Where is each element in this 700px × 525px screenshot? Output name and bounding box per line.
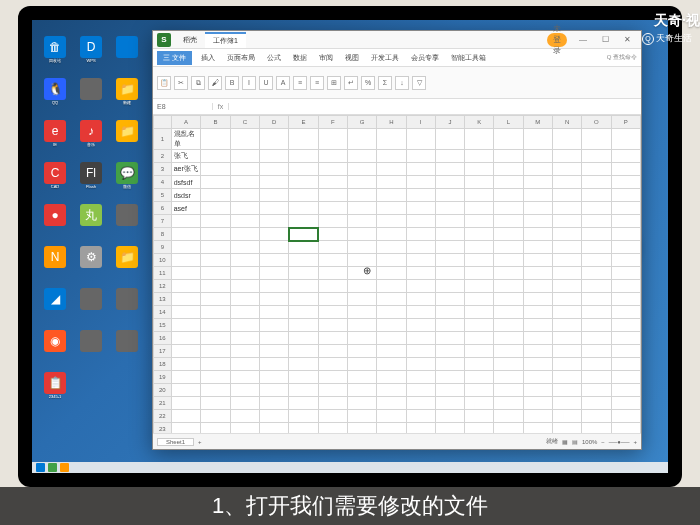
cell-A15[interactable] xyxy=(171,319,201,332)
cell-L12[interactable] xyxy=(494,280,523,293)
bold-icon[interactable]: B xyxy=(225,76,239,90)
cell-G20[interactable] xyxy=(347,384,376,397)
cell-M7[interactable] xyxy=(523,215,552,228)
cell-B13[interactable] xyxy=(201,293,230,306)
cell-I21[interactable] xyxy=(406,397,435,410)
row-header[interactable]: 2 xyxy=(154,150,172,163)
cell-F14[interactable] xyxy=(318,306,347,319)
cell-L11[interactable] xyxy=(494,267,523,280)
cell-J21[interactable] xyxy=(435,397,464,410)
cell-H19[interactable] xyxy=(377,371,406,384)
column-header[interactable]: N xyxy=(552,116,581,129)
cell-G9[interactable] xyxy=(347,241,376,254)
cell-G2[interactable] xyxy=(347,150,376,163)
cell-A7[interactable] xyxy=(171,215,201,228)
cell-H5[interactable] xyxy=(377,189,406,202)
cell-O1[interactable] xyxy=(582,129,611,150)
cell-I14[interactable] xyxy=(406,306,435,319)
row-header[interactable]: 9 xyxy=(154,241,172,254)
cell-O16[interactable] xyxy=(582,332,611,345)
cell-P4[interactable] xyxy=(611,176,640,189)
cell-J1[interactable] xyxy=(435,129,464,150)
cell-C11[interactable] xyxy=(230,267,259,280)
cell-L13[interactable] xyxy=(494,293,523,306)
cell-P16[interactable] xyxy=(611,332,640,345)
spreadsheet-grid[interactable]: ABCDEFGHIJKLMNOP1混乱名单2张飞3aer张飞4dsfsdf5ds… xyxy=(153,115,641,435)
cell-B18[interactable] xyxy=(201,358,230,371)
cell-N8[interactable] xyxy=(552,228,581,241)
cell-P18[interactable] xyxy=(611,358,640,371)
cell-H12[interactable] xyxy=(377,280,406,293)
cell-A13[interactable] xyxy=(171,293,201,306)
underline-icon[interactable]: U xyxy=(259,76,273,90)
cell-L10[interactable] xyxy=(494,254,523,267)
cell-J9[interactable] xyxy=(435,241,464,254)
cell-M1[interactable] xyxy=(523,129,552,150)
cell-B15[interactable] xyxy=(201,319,230,332)
sort-icon[interactable]: ↓ xyxy=(395,76,409,90)
cell-A8[interactable] xyxy=(171,228,201,241)
cell-F10[interactable] xyxy=(318,254,347,267)
cell-M6[interactable] xyxy=(523,202,552,215)
cell-B4[interactable] xyxy=(201,176,230,189)
desktop-icon[interactable] xyxy=(112,204,142,242)
row-header[interactable]: 6 xyxy=(154,202,172,215)
cell-K10[interactable] xyxy=(465,254,494,267)
cell-J13[interactable] xyxy=(435,293,464,306)
cell-C10[interactable] xyxy=(230,254,259,267)
row-header[interactable]: 22 xyxy=(154,410,172,423)
cell-N19[interactable] xyxy=(552,371,581,384)
cell-E4[interactable] xyxy=(289,176,318,189)
cell-I15[interactable] xyxy=(406,319,435,332)
cell-E7[interactable] xyxy=(289,215,318,228)
desktop-icon[interactable]: ● xyxy=(40,204,70,242)
cell-C9[interactable] xyxy=(230,241,259,254)
copy-icon[interactable]: ⧉ xyxy=(191,76,205,90)
cell-C13[interactable] xyxy=(230,293,259,306)
cell-K2[interactable] xyxy=(465,150,494,163)
cell-P10[interactable] xyxy=(611,254,640,267)
cell-J6[interactable] xyxy=(435,202,464,215)
cell-E12[interactable] xyxy=(289,280,318,293)
cell-I12[interactable] xyxy=(406,280,435,293)
cell-J11[interactable] xyxy=(435,267,464,280)
cell-K1[interactable] xyxy=(465,129,494,150)
desktop-icon[interactable] xyxy=(112,36,142,74)
cell-J5[interactable] xyxy=(435,189,464,202)
cell-N10[interactable] xyxy=(552,254,581,267)
cell-I3[interactable] xyxy=(406,163,435,176)
cell-L21[interactable] xyxy=(494,397,523,410)
desktop-icon[interactable]: 💬微信 xyxy=(112,162,142,200)
cell-P17[interactable] xyxy=(611,345,640,358)
cell-E20[interactable] xyxy=(289,384,318,397)
cell-G4[interactable] xyxy=(347,176,376,189)
cell-I10[interactable] xyxy=(406,254,435,267)
cell-G12[interactable] xyxy=(347,280,376,293)
cell-I17[interactable] xyxy=(406,345,435,358)
cell-N9[interactable] xyxy=(552,241,581,254)
cell-E13[interactable] xyxy=(289,293,318,306)
cell-D21[interactable] xyxy=(260,397,289,410)
cell-E17[interactable] xyxy=(289,345,318,358)
cell-G7[interactable] xyxy=(347,215,376,228)
cell-N14[interactable] xyxy=(552,306,581,319)
cell-K6[interactable] xyxy=(465,202,494,215)
cell-D2[interactable] xyxy=(260,150,289,163)
cell-F8[interactable] xyxy=(318,228,347,241)
cell-I13[interactable] xyxy=(406,293,435,306)
desktop-icon[interactable]: ♪音乐 xyxy=(76,120,106,158)
cell-H2[interactable] xyxy=(377,150,406,163)
row-header[interactable]: 21 xyxy=(154,397,172,410)
cell-P7[interactable] xyxy=(611,215,640,228)
cell-G15[interactable] xyxy=(347,319,376,332)
cell-M9[interactable] xyxy=(523,241,552,254)
cell-J14[interactable] xyxy=(435,306,464,319)
row-header[interactable]: 18 xyxy=(154,358,172,371)
desktop-icon[interactable]: 🐧QQ xyxy=(40,78,70,116)
cell-O4[interactable] xyxy=(582,176,611,189)
cell-O5[interactable] xyxy=(582,189,611,202)
row-header[interactable]: 7 xyxy=(154,215,172,228)
cell-O7[interactable] xyxy=(582,215,611,228)
cell-M13[interactable] xyxy=(523,293,552,306)
menu-item[interactable]: 智能工具箱 xyxy=(448,51,489,65)
